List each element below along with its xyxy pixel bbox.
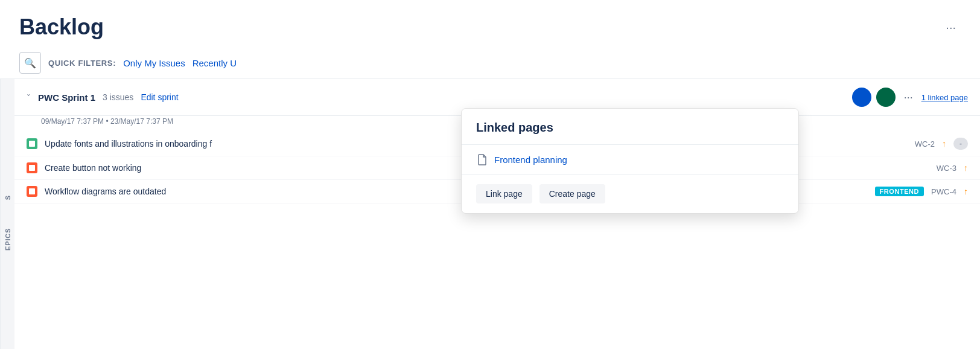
sprint-issues-count: 3 issues	[103, 92, 133, 102]
issue-type-bug-icon	[27, 162, 37, 173]
popup-page-link[interactable]: Frontend planning	[494, 155, 567, 165]
epics-label: EPICS	[0, 200, 14, 278]
sprint-right-actions: ··· 1 linked page	[852, 88, 968, 107]
linked-page-link[interactable]: 1 linked page	[921, 93, 968, 102]
issue-right: WC-3 ↑	[937, 163, 968, 173]
page-header: Backlog ···	[0, 0, 980, 47]
link-page-button[interactable]: Link page	[476, 184, 532, 203]
sprint-name: PWC Sprint 1	[38, 92, 95, 103]
priority-icon: ↑	[964, 163, 968, 173]
document-icon	[476, 153, 488, 165]
sprint-edit-link[interactable]: Edit sprint	[141, 92, 178, 102]
issue-type-bug-icon	[27, 186, 37, 197]
content-area: ˅ PWC Sprint 1 3 issues Edit sprint ··· …	[14, 79, 980, 349]
issue-key: PWC-4	[931, 187, 956, 196]
issue-right: FRONTEND PWC-4 ↑	[875, 187, 968, 196]
main-content: VERSIONS ˅ PWC Sprint 1 3 issues Edit sp…	[0, 79, 980, 349]
more-options-button[interactable]: ···	[941, 17, 961, 38]
issue-right: WC-2 ↑ -	[915, 138, 968, 150]
status-button[interactable]: -	[953, 138, 968, 150]
sprint-more-button[interactable]: ···	[900, 89, 917, 106]
quick-filters-label: Quick Filters:	[48, 59, 116, 68]
issue-tag: FRONTEND	[875, 187, 924, 196]
avatar-user2	[876, 88, 896, 107]
popup-title: Linked pages	[462, 109, 798, 144]
svg-rect-2	[29, 188, 35, 194]
issue-key: WC-2	[915, 139, 935, 149]
issue-type-story-icon	[27, 138, 37, 149]
svg-rect-1	[29, 165, 35, 171]
search-button[interactable]: 🔍	[19, 52, 41, 74]
popup-actions: Link page Create page	[462, 174, 798, 213]
create-page-button[interactable]: Create page	[539, 184, 605, 203]
svg-rect-0	[29, 141, 35, 147]
filter-recently-link[interactable]: Recently U	[192, 58, 237, 68]
avatar-user1	[852, 88, 871, 107]
sprint-toggle-icon[interactable]: ˅	[27, 93, 31, 102]
search-icon: 🔍	[24, 57, 36, 69]
priority-icon: ↑	[942, 139, 946, 149]
priority-icon: ↑	[964, 187, 968, 196]
popup-linked-item: Frontend planning	[462, 145, 798, 174]
linked-pages-popup: Linked pages Frontend planning Link page…	[461, 108, 799, 214]
toolbar: 🔍 Quick Filters: Only My Issues Recently…	[0, 47, 980, 79]
issue-key: WC-3	[937, 164, 956, 173]
page-title: Backlog	[19, 14, 104, 40]
filter-my-issues-link[interactable]: Only My Issues	[123, 58, 185, 68]
